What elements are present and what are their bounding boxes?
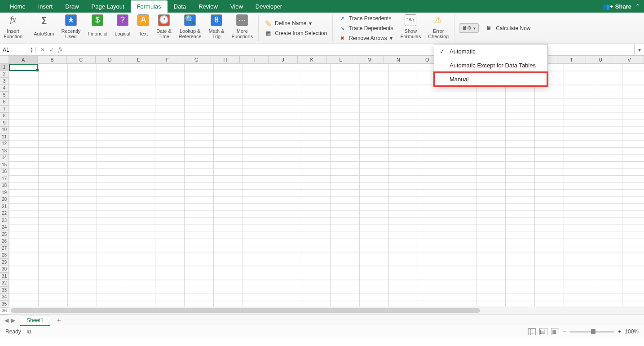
fx-icon[interactable]: fx xyxy=(58,46,62,53)
column-header[interactable]: M xyxy=(355,56,384,63)
row-header[interactable]: 6 xyxy=(0,99,9,106)
row-header[interactable]: 9 xyxy=(0,120,9,127)
row-header[interactable]: 24 xyxy=(0,224,9,231)
tab-formulas[interactable]: Formulas xyxy=(131,0,168,13)
row-header[interactable]: 27 xyxy=(0,245,9,252)
cells-area[interactable] xyxy=(9,64,644,306)
column-header[interactable]: E xyxy=(124,56,153,63)
row-header[interactable]: 32 xyxy=(0,280,9,287)
row-header[interactable]: 1 xyxy=(0,64,9,71)
row-header[interactable]: 36 xyxy=(0,308,9,315)
tab-review[interactable]: Review xyxy=(192,0,224,13)
row-header[interactable]: 21 xyxy=(0,203,9,210)
row-header[interactable]: 13 xyxy=(0,147,9,155)
row-header[interactable]: 3 xyxy=(0,78,9,85)
column-headers[interactable]: ABCDEFGHIJKLMNOPQRSTUV xyxy=(9,56,644,64)
calculate-now-button[interactable]: 🖩 Calculate Now xyxy=(485,24,530,32)
row-header[interactable]: 29 xyxy=(0,259,9,266)
row-header[interactable]: 26 xyxy=(0,238,9,245)
column-header[interactable]: U xyxy=(586,56,615,63)
date-time-button[interactable]: 🕐 Date & Time xyxy=(153,13,175,41)
tab-home[interactable]: Home xyxy=(4,0,32,13)
row-header[interactable]: 4 xyxy=(0,85,9,92)
calc-option-automatic[interactable]: ✓ Automatic xyxy=(434,44,547,58)
tab-data[interactable]: Data xyxy=(168,0,192,13)
create-from-selection-button[interactable]: ▦ Create from Selection xyxy=(264,29,327,37)
enter-icon[interactable]: ✓ xyxy=(49,47,54,53)
expand-formula-bar-icon[interactable]: ▾ xyxy=(634,44,644,55)
zoom-in-button[interactable]: + xyxy=(618,328,621,335)
insert-function-button[interactable]: fx Insert Function xyxy=(0,13,26,41)
financial-button[interactable]: $ Financial xyxy=(84,13,111,41)
row-headers[interactable]: 1234567891011121314151617181920212223242… xyxy=(0,64,9,306)
name-box-stepper[interactable]: ▴▾ xyxy=(31,47,33,53)
row-header[interactable]: 7 xyxy=(0,106,9,113)
worksheet-grid[interactable]: ABCDEFGHIJKLMNOPQRSTUV 12345678910111213… xyxy=(0,56,644,315)
row-header[interactable]: 5 xyxy=(0,92,9,99)
macro-record-icon[interactable]: ⧉ xyxy=(27,328,31,335)
column-header[interactable]: G xyxy=(182,56,211,63)
lookup-reference-button[interactable]: 🔍 Lookup & Reference xyxy=(175,13,205,41)
formula-input[interactable] xyxy=(67,47,634,53)
name-box[interactable]: A1 ▴▾ xyxy=(0,47,36,53)
column-header[interactable]: V xyxy=(615,56,644,63)
trace-precedents-button[interactable]: ↗ Trace Precedents xyxy=(338,14,393,22)
row-header[interactable]: 10 xyxy=(0,127,9,134)
define-name-button[interactable]: 🏷️ Define Name ▾ xyxy=(264,19,327,27)
row-header[interactable]: 25 xyxy=(0,231,9,238)
show-formulas-button[interactable]: 15fx Show Formulas xyxy=(397,13,424,41)
row-header[interactable]: 23 xyxy=(0,217,9,224)
row-header[interactable]: 28 xyxy=(0,252,9,259)
row-header[interactable]: 20 xyxy=(0,196,9,204)
zoom-level-label[interactable]: 100% xyxy=(625,328,639,335)
column-header[interactable]: F xyxy=(153,56,182,63)
remove-arrows-button[interactable]: ✖ Remove Arrows ▾ xyxy=(338,34,393,42)
sheet-nav-prev-icon[interactable]: ◀ xyxy=(4,317,9,324)
tab-draw[interactable]: Draw xyxy=(59,0,85,13)
active-cell[interactable] xyxy=(9,64,38,71)
row-header[interactable]: 30 xyxy=(0,266,9,273)
recently-used-button[interactable]: ★ Recently Used xyxy=(57,13,84,41)
row-header[interactable]: 2 xyxy=(0,71,9,78)
page-break-view-button[interactable]: ▥ xyxy=(551,328,559,335)
sheet-nav-next-icon[interactable]: ▶ xyxy=(11,317,15,324)
autosum-button[interactable]: ∑ AutoSum xyxy=(30,13,57,41)
column-header[interactable]: I xyxy=(240,56,269,63)
column-header[interactable]: N xyxy=(384,56,413,63)
cancel-icon[interactable]: ✕ xyxy=(40,47,45,53)
row-header[interactable]: 35 xyxy=(0,301,9,308)
tab-view[interactable]: View xyxy=(224,0,249,13)
page-layout-view-button[interactable]: ▤ xyxy=(539,328,547,335)
calc-option-manual[interactable]: Manual xyxy=(434,72,547,86)
row-header[interactable]: 16 xyxy=(0,169,9,176)
row-header[interactable]: 12 xyxy=(0,141,9,148)
zoom-slider[interactable] xyxy=(569,331,614,333)
row-header[interactable]: 17 xyxy=(0,175,9,182)
column-header[interactable]: H xyxy=(211,56,240,63)
column-header[interactable]: C xyxy=(67,56,96,63)
error-checking-button[interactable]: ⚠ Error Checking xyxy=(424,13,452,41)
column-header[interactable]: B xyxy=(38,56,66,63)
row-header[interactable]: 11 xyxy=(0,133,9,141)
add-sheet-button[interactable]: + xyxy=(54,315,64,325)
tab-developer[interactable]: Developer xyxy=(249,0,288,13)
horizontal-scrollbar[interactable] xyxy=(9,306,644,315)
text-button[interactable]: A Text xyxy=(134,13,153,41)
column-header[interactable]: A xyxy=(9,56,38,63)
row-header[interactable]: 22 xyxy=(0,210,9,217)
row-header[interactable]: 33 xyxy=(0,287,9,294)
row-header[interactable]: 34 xyxy=(0,294,9,301)
column-header[interactable]: D xyxy=(96,56,124,63)
logical-button[interactable]: ? Logical xyxy=(111,13,134,41)
row-header[interactable]: 14 xyxy=(0,155,9,162)
collapse-ribbon-icon[interactable]: ⌃ xyxy=(635,3,640,10)
trace-dependents-button[interactable]: ↘ Trace Dependents xyxy=(338,24,393,32)
sheet-tab-active[interactable]: Sheet1 xyxy=(20,315,50,326)
math-trig-button[interactable]: θ Math & Trig xyxy=(205,13,228,41)
column-header[interactable]: L xyxy=(326,56,355,63)
select-all-button[interactable] xyxy=(0,56,9,64)
scrollbar-thumb[interactable] xyxy=(11,308,480,313)
tab-page-layout[interactable]: Page Layout xyxy=(85,0,131,13)
zoom-out-button[interactable]: − xyxy=(563,328,566,335)
calc-option-auto-except[interactable]: Automatic Except for Data Tables xyxy=(434,58,547,72)
